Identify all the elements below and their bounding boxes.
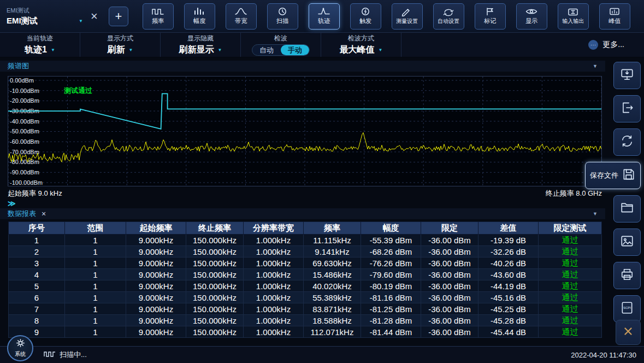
top-toolbar: EMI测试 EMI测试 ▼ × + 频率幅度带宽扫描轨迹触发测量设置自动设置标记…	[0, 0, 644, 33]
chevron-down-icon: ▼	[79, 19, 83, 24]
sidebar-button-capture[interactable]	[613, 62, 641, 89]
toggle-option[interactable]: 自动	[252, 45, 281, 55]
sidebar-button-scpi[interactable]: SCPI	[613, 295, 641, 323]
save-file-icon	[622, 167, 636, 184]
table-row[interactable]: 519.000kHz150.000kHz1.000kHz40.020kHz-80…	[9, 280, 602, 292]
trigger-icon	[359, 7, 371, 16]
sidebar-button-print[interactable]	[613, 262, 641, 289]
sidebar-button-open-folder[interactable]	[613, 195, 641, 223]
table-cell: 150.000kHz	[186, 246, 244, 257]
table-cell: 150.000kHz	[186, 257, 244, 269]
table-row[interactable]: 619.000kHz150.000kHz1.000kHz55.389kHz-81…	[9, 292, 602, 303]
toolbar-button-meas-setup[interactable]: 测量设置	[392, 3, 423, 30]
toolbar-button-auto-setup[interactable]: 自动设置	[433, 3, 464, 30]
spectrum-svg: 0.00dBm-10.00dBm-20.00dBm-30.00dBm-40.00…	[8, 77, 601, 186]
toolbar-button-label: 标记	[484, 17, 496, 25]
table-cell: 11.115kHz	[304, 235, 361, 246]
toolbar-button-label: 测量设置	[396, 17, 418, 25]
table-cell: -76.26 dBm	[361, 257, 421, 269]
toolbar-button-amplitude[interactable]: 幅度	[184, 3, 215, 30]
toolbar-button-display[interactable]: 显示	[516, 3, 547, 30]
sync-icon	[620, 134, 634, 150]
main-column: 频谱图 ▼ 0.00dBm-10.00dBm-20.00dBm-30.00dBm…	[0, 57, 605, 346]
table-row[interactable]: 419.000kHz150.000kHz1.000kHz15.486kHz-79…	[9, 269, 602, 280]
sidebar-button-close[interactable]	[616, 320, 641, 345]
subbar-group-label: 检波方式	[348, 34, 374, 43]
table-row[interactable]: 919.000kHz150.000kHz1.000kHz112.071kHz-8…	[9, 326, 602, 338]
table-cell: 3	[9, 257, 65, 269]
expand-panel-icon[interactable]: ≫	[0, 200, 605, 208]
chevron-down-icon[interactable]: ▼	[593, 63, 598, 69]
table-cell: 1.000kHz	[244, 257, 304, 269]
toolbar-button-trace[interactable]: 轨迹	[309, 3, 340, 30]
table-cell: 1	[65, 315, 126, 326]
display-mode-dropdown[interactable]: 刷新▼	[108, 44, 133, 56]
toolbar-button-sweep[interactable]: 扫描	[267, 3, 298, 30]
show-hide-dropdown[interactable]: 刷新显示▼	[179, 44, 222, 56]
toolbar-button-frequency[interactable]: 频率	[143, 3, 174, 30]
detector-toggle[interactable]: 自动手动	[252, 44, 310, 56]
table-row[interactable]: 719.000kHz150.000kHz1.000kHz83.871kHz-81…	[9, 303, 602, 315]
sidebar-button-sync[interactable]	[613, 128, 641, 156]
toolbar-button-marker[interactable]: 标记	[475, 3, 506, 30]
detector-type-dropdown[interactable]: 最大峰值▼	[340, 44, 383, 56]
chevron-down-icon: ▼	[51, 48, 55, 52]
mode-selector[interactable]: EMI测试 EMI测试 ▼	[7, 7, 86, 26]
table-row[interactable]: 819.000kHz150.000kHz1.000kHz18.588kHz-81…	[9, 315, 602, 326]
report-header: 数据报表 × ▼	[0, 208, 605, 219]
toolbar-button-label: 幅度	[193, 17, 205, 25]
table-cell: -36.00 dBm	[421, 280, 478, 292]
table-cell: -36.00 dBm	[421, 326, 478, 338]
more-button[interactable]: ··· 更多...	[588, 40, 624, 50]
system-button[interactable]: 系统	[7, 335, 33, 361]
add-tab-button[interactable]: +	[109, 7, 128, 26]
toolbar-button-trigger[interactable]: 触发	[350, 3, 381, 30]
toolbar-button-bandwidth[interactable]: 带宽	[226, 3, 257, 30]
table-cell: 通过	[539, 257, 602, 269]
toolbar-button-peak[interactable]: 峰值	[599, 3, 630, 30]
table-row[interactable]: 319.000kHz150.000kHz1.000kHz69.630kHz-76…	[9, 257, 602, 269]
column-header: 终止频率	[186, 222, 244, 235]
table-cell: 1.000kHz	[244, 280, 304, 292]
table-cell: 9.000kHz	[126, 303, 186, 315]
sidebar-button-save-file[interactable]: 保存文件	[585, 162, 641, 189]
waveform-icon	[44, 350, 56, 360]
table-cell: 150.000kHz	[186, 269, 244, 280]
sidebar-button-label: 保存文件	[590, 171, 618, 180]
table-cell: -44.19 dB	[478, 280, 539, 292]
column-header: 限定测试	[539, 222, 602, 235]
report-table: 序号范围起始频率终止频率分辨率带宽频率幅度限定差值限定测试 119.000kHz…	[8, 221, 602, 338]
bandwidth-icon	[235, 7, 247, 16]
close-report-icon[interactable]: ×	[42, 209, 46, 218]
table-cell: 1.000kHz	[244, 246, 304, 257]
table-row[interactable]: 219.000kHz150.000kHz1.000kHz9.141kHz-68.…	[9, 246, 602, 257]
spectrum-chart[interactable]: 0.00dBm-10.00dBm-20.00dBm-30.00dBm-40.00…	[8, 76, 602, 186]
sidebar-button-image[interactable]	[613, 229, 641, 256]
current-trace-dropdown[interactable]: 轨迹1▼	[25, 44, 55, 56]
column-header: 起始频率	[126, 222, 186, 235]
toolbar-button-input-output[interactable]: 输入输出	[558, 3, 589, 30]
subbar-groups: 当前轨迹轨迹1▼显示方式刷新▼显示隐藏刷新显示▼检波自动手动检波方式最大峰值▼	[0, 33, 401, 57]
table-cell: 69.630kHz	[304, 257, 361, 269]
close-tab-icon[interactable]: ×	[91, 10, 98, 22]
table-cell: 150.000kHz	[186, 315, 244, 326]
spectrum-header: 频谱图 ▼	[0, 61, 605, 72]
table-cell: 7	[9, 303, 65, 315]
auto-setup-icon	[442, 8, 454, 16]
svg-text:-10.00dBm: -10.00dBm	[10, 87, 39, 94]
toolbar-button-label: 带宽	[235, 17, 247, 25]
toggle-option[interactable]: 手动	[281, 45, 309, 55]
meas-setup-icon	[401, 8, 413, 16]
table-cell: 9.141kHz	[304, 246, 361, 257]
subbar-group-label: 显示方式	[107, 34, 133, 43]
sidebar-button-export[interactable]	[613, 95, 641, 122]
chevron-down-icon[interactable]: ▼	[593, 211, 598, 216]
column-header: 限定	[421, 222, 478, 235]
table-cell: 150.000kHz	[186, 292, 244, 303]
dropdown-value: 最大峰值	[340, 44, 375, 56]
toolbar-button-label: 触发	[359, 17, 371, 25]
table-cell: -45.16 dB	[478, 292, 539, 303]
table-row[interactable]: 119.000kHz150.000kHz1.000kHz11.115kHz-55…	[9, 235, 602, 246]
table-cell: -81.44 dBm	[361, 326, 421, 338]
report-header-row: 序号范围起始频率终止频率分辨率带宽频率幅度限定差值限定测试	[9, 222, 602, 235]
